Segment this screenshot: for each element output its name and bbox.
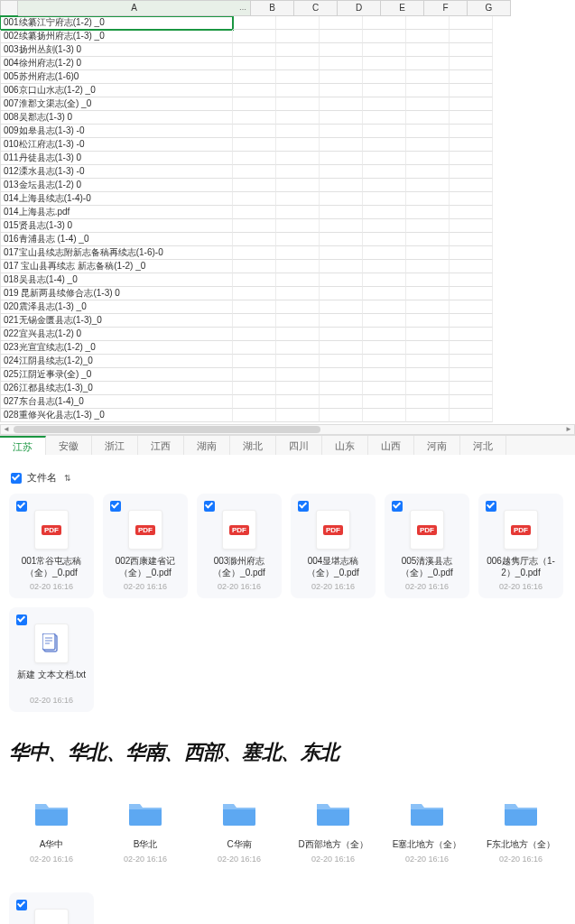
folder-item[interactable]: C华南02-20 16:16 bbox=[197, 782, 282, 871]
cell-F1[interactable] bbox=[406, 16, 450, 30]
cell-C23[interactable] bbox=[276, 314, 320, 328]
sheet-tab[interactable]: 安徽 bbox=[46, 436, 92, 455]
cell-E10[interactable] bbox=[363, 138, 406, 152]
folder-item[interactable]: D西部地方（全）02-20 16:16 bbox=[291, 782, 376, 871]
cell-D15[interactable] bbox=[320, 206, 363, 219]
cell-A29[interactable]: 027东台县志(1-4)_0 bbox=[0, 395, 233, 409]
file-item[interactable]: PDF001常谷屯志稿（全）_0.pdf02-20 16:16 bbox=[9, 494, 94, 598]
cell-A1[interactable]: 001续纂江宁府志(1-2) _0 bbox=[0, 16, 233, 30]
cell-F20[interactable] bbox=[406, 273, 450, 287]
cell-D29[interactable] bbox=[320, 395, 363, 409]
cell-E21[interactable] bbox=[363, 287, 406, 300]
cell-F16[interactable] bbox=[406, 219, 450, 233]
cell-D10[interactable] bbox=[320, 138, 363, 152]
column-header-G[interactable]: G bbox=[468, 0, 511, 16]
cell-D17[interactable] bbox=[320, 233, 363, 246]
cell-A18[interactable]: 017宝山县续志附新志备稿再续志(1-6)-0 bbox=[0, 246, 233, 260]
file-item[interactable]: PDF004显堪志稿（全）_0.pdf02-20 16:16 bbox=[291, 494, 376, 598]
cell-G18[interactable] bbox=[450, 246, 493, 260]
folder-item[interactable]: E塞北地方（全）02-20 16:16 bbox=[385, 782, 469, 871]
cell-G21[interactable] bbox=[450, 287, 493, 300]
cell-B21[interactable] bbox=[233, 287, 276, 300]
cell-B11[interactable] bbox=[233, 152, 276, 165]
cell-A25[interactable]: 023光宣宜续志(1-2) _0 bbox=[0, 341, 233, 355]
file-checkbox[interactable] bbox=[392, 501, 403, 512]
cell-B12[interactable] bbox=[233, 165, 276, 179]
cell-B16[interactable] bbox=[233, 219, 276, 233]
cell-F19[interactable] bbox=[406, 260, 450, 273]
cell-A9[interactable]: 009如皋县志(1-3) -0 bbox=[0, 125, 233, 138]
folder-item[interactable]: F东北地方（全）02-20 16:16 bbox=[478, 782, 563, 871]
cell-G24[interactable] bbox=[450, 328, 493, 341]
file-checkbox[interactable] bbox=[110, 501, 121, 512]
cell-F12[interactable] bbox=[406, 165, 450, 179]
cell-G5[interactable] bbox=[450, 70, 493, 84]
cell-F28[interactable] bbox=[406, 382, 450, 395]
cell-E28[interactable] bbox=[363, 382, 406, 395]
cell-D30[interactable] bbox=[320, 409, 363, 422]
cell-D4[interactable] bbox=[320, 57, 363, 70]
cell-D9[interactable] bbox=[320, 125, 363, 138]
cell-G23[interactable] bbox=[450, 314, 493, 328]
folder-item[interactable]: A华中02-20 16:16 bbox=[9, 782, 94, 871]
cell-C11[interactable] bbox=[276, 152, 320, 165]
cell-D18[interactable] bbox=[320, 246, 363, 260]
cell-D7[interactable] bbox=[320, 97, 363, 111]
cell-A23[interactable]: 021无锡金匮县志(1-3)_0 bbox=[0, 314, 233, 328]
cell-A19[interactable]: 017 宝山县再续志 新志备稿(1-2) _0 bbox=[0, 260, 233, 273]
file-item[interactable]: PDF002西康建省记（全）_0.pdf02-20 16:16 bbox=[103, 494, 188, 598]
cell-G14[interactable] bbox=[450, 192, 493, 206]
cell-D13[interactable] bbox=[320, 179, 363, 192]
cell-C30[interactable] bbox=[276, 409, 320, 422]
cell-E4[interactable] bbox=[363, 57, 406, 70]
cell-F13[interactable] bbox=[406, 179, 450, 192]
cell-D8[interactable] bbox=[320, 111, 363, 125]
cell-C8[interactable] bbox=[276, 111, 320, 125]
cell-D20[interactable] bbox=[320, 273, 363, 287]
column-menu-icon[interactable]: ⋯ bbox=[239, 3, 246, 17]
cell-F4[interactable] bbox=[406, 57, 450, 70]
cell-B15[interactable] bbox=[233, 206, 276, 219]
cell-D25[interactable] bbox=[320, 341, 363, 355]
cell-B6[interactable] bbox=[233, 84, 276, 97]
cell-B3[interactable] bbox=[233, 43, 276, 57]
cell-D12[interactable] bbox=[320, 165, 363, 179]
cell-B22[interactable] bbox=[233, 300, 276, 314]
cell-E12[interactable] bbox=[363, 165, 406, 179]
cell-D5[interactable] bbox=[320, 70, 363, 84]
cell-C15[interactable] bbox=[276, 206, 320, 219]
sheet-tab[interactable]: 山西 bbox=[368, 436, 414, 455]
cell-B30[interactable] bbox=[233, 409, 276, 422]
sheet-tab[interactable]: 江西 bbox=[138, 436, 184, 455]
cell-A30[interactable]: 028重修兴化县志(1-3) _0 bbox=[0, 409, 233, 422]
column-header-F[interactable]: F bbox=[424, 0, 468, 16]
cell-E6[interactable] bbox=[363, 84, 406, 97]
cell-D21[interactable] bbox=[320, 287, 363, 300]
cell-G20[interactable] bbox=[450, 273, 493, 287]
scroll-right-arrow[interactable]: ► bbox=[563, 425, 574, 434]
sheet-tab[interactable]: 山东 bbox=[322, 436, 368, 455]
sheet-tab[interactable]: 湖北 bbox=[230, 436, 276, 455]
cell-G6[interactable] bbox=[450, 84, 493, 97]
file-checkbox[interactable] bbox=[486, 501, 496, 512]
sheet-tab[interactable]: 河北 bbox=[460, 436, 506, 455]
cell-A12[interactable]: 012溧水县志(1-3) -0 bbox=[0, 165, 233, 179]
cell-C9[interactable] bbox=[276, 125, 320, 138]
cell-F6[interactable] bbox=[406, 84, 450, 97]
sheet-tab[interactable]: 浙江 bbox=[92, 436, 138, 455]
cell-A10[interactable]: 010松江府志(1-3) -0 bbox=[0, 138, 233, 152]
cell-F25[interactable] bbox=[406, 341, 450, 355]
cell-F10[interactable] bbox=[406, 138, 450, 152]
cell-D23[interactable] bbox=[320, 314, 363, 328]
cell-G7[interactable] bbox=[450, 97, 493, 111]
sheet-tab[interactable]: 湖南 bbox=[184, 436, 230, 455]
cell-E17[interactable] bbox=[363, 233, 406, 246]
column-header-A[interactable]: A⋯ bbox=[18, 0, 251, 16]
cell-C21[interactable] bbox=[276, 287, 320, 300]
cell-E7[interactable] bbox=[363, 97, 406, 111]
file-item[interactable]: E 全国县志目录（全）.xlsx 02-20 16:16 bbox=[9, 892, 94, 924]
cell-C26[interactable] bbox=[276, 355, 320, 368]
cell-F2[interactable] bbox=[406, 30, 450, 43]
cell-E22[interactable] bbox=[363, 300, 406, 314]
cell-G15[interactable] bbox=[450, 206, 493, 219]
